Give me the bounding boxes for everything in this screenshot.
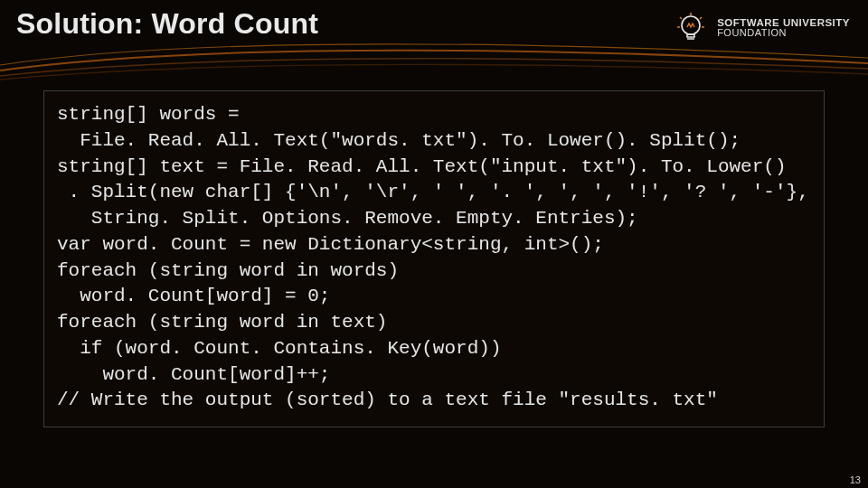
svg-point-0 xyxy=(682,16,700,34)
code-line: word. Count[word]++; xyxy=(57,364,330,385)
lightbulb-icon xyxy=(672,9,710,47)
slide-header: Solution: Word Count SOFTWARE UNIVERSITY… xyxy=(0,0,868,61)
code-line: string[] words = xyxy=(57,104,240,125)
brand-logo: SOFTWARE UNIVERSITY FOUNDATION xyxy=(672,7,850,47)
code-line: var word. Count = new Dictionary<string,… xyxy=(57,234,604,255)
code-line: String. Split. Options. Remove. Empty. E… xyxy=(57,208,638,229)
page-number: 13 xyxy=(850,474,861,485)
code-line: // Write the output (sorted) to a text f… xyxy=(57,389,718,410)
code-block: string[] words = File. Read. All. Text("… xyxy=(43,90,825,427)
code-line: string[] text = File. Read. All. Text("i… xyxy=(57,156,787,177)
logo-text: SOFTWARE UNIVERSITY FOUNDATION xyxy=(717,17,850,39)
code-line: word. Count[word] = 0; xyxy=(57,286,330,306)
code-line: if (word. Count. Contains. Key(word)) xyxy=(57,338,501,359)
code-line: . Split(new char[] {'\n', '\r', ' ', '. … xyxy=(57,182,809,202)
code-line: foreach (string word in words) xyxy=(57,260,399,281)
code-line: File. Read. All. Text("words. txt"). To.… xyxy=(57,130,741,151)
logo-line2: FOUNDATION xyxy=(717,27,787,38)
code-line: foreach (string word in text) xyxy=(57,312,387,333)
page-title: Solution: Word Count xyxy=(16,7,318,41)
code-content: string[] words = File. Read. All. Text("… xyxy=(57,102,811,414)
